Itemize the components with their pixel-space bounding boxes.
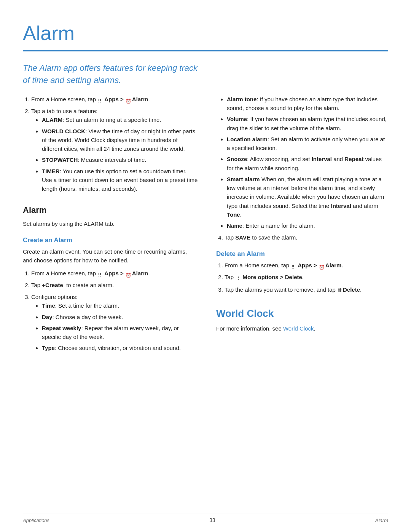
apps-label: Apps > (104, 96, 123, 102)
option-bold: Tone (227, 211, 240, 218)
alarm-icon (126, 96, 132, 102)
delete-alarm-heading: Delete an Alarm (216, 249, 388, 259)
list-item: Smart alarm When on, the alarm will star… (227, 175, 388, 219)
feature-bold: WORLD CLOCK (42, 128, 85, 134)
world-clock-desc: For more information, see World Clock. (216, 324, 388, 333)
apps-icon (98, 96, 104, 102)
intro-text: The Alarm app offers features for keepin… (23, 62, 198, 86)
footer-left: Applications (23, 517, 49, 524)
intro-list: From a Home screen, tap Apps > Alarm. Ta… (23, 95, 198, 193)
list-item: Name: Enter a name for the alarm. (227, 221, 388, 230)
option-bold: Time (42, 302, 55, 309)
title-divider (23, 50, 388, 51)
create-alarm-desc: Create an alarm event. You can set one-t… (23, 247, 198, 265)
list-item: TIMER: You can use this option to set a … (42, 167, 198, 193)
configure-options-list: Time: Set a time for the alarm. Day: Cho… (31, 301, 198, 352)
list-item: WORLD CLOCK: View the time of day or nig… (42, 127, 198, 153)
list-item: From a Home screen, tap Apps > Alarm. (31, 95, 198, 104)
list-item: Day: Choose a day of the week. (42, 313, 198, 321)
right-column: Alarm tone: If you have chosen an alarm … (216, 95, 388, 356)
list-item: Tap SAVE to save the alarm. (225, 233, 388, 242)
option-bold: Type (42, 345, 55, 351)
feature-bold: ALARM (42, 117, 62, 123)
apps-icon (98, 270, 104, 276)
delete-label: Delete (343, 286, 360, 293)
page-title: Alarm (23, 18, 388, 48)
apps-icon (291, 262, 297, 268)
option-bold: Alarm tone (227, 96, 256, 102)
list-item: Configure options: Time: Set a time for … (31, 292, 198, 353)
feature-bold: STOPWATCH (42, 157, 78, 163)
list-item: Tap the alarms you want to remove, and t… (225, 285, 388, 294)
list-item: STOPWATCH: Measure intervals of time. (42, 155, 198, 164)
create-alarm-list: From a Home screen, tap Apps > Alarm. Ta… (23, 269, 198, 353)
world-clock-link[interactable]: World Clock (283, 325, 314, 332)
list-item: Location alarm: Set an alarm to activate… (227, 135, 388, 153)
option-bold: Name (227, 222, 242, 229)
delete-icon: 🗑 (337, 286, 342, 294)
list-item: Alarm tone: If you have chosen an alarm … (227, 95, 388, 113)
alarm-label: Alarm (325, 262, 342, 268)
list-item: Volume: If you have chosen an alarm type… (227, 115, 388, 133)
delete-alarm-list: From a Home screen, tap Apps > Alarm. Ta… (216, 261, 388, 294)
list-item: Repeat weekly: Repeat the alarm every we… (42, 324, 198, 342)
list-item: From a Home screen, tap Apps > Alarm. (31, 269, 198, 278)
create-button-label: +Create (42, 282, 63, 288)
alarm-label: Alarm (132, 270, 148, 276)
feature-list: ALARM: Set an alarm to ring at a specifi… (31, 115, 198, 193)
list-item: ALARM: Set an alarm to ring at a specifi… (42, 115, 198, 124)
apps-label: Apps > (298, 262, 317, 268)
alarm-icon (319, 262, 325, 268)
apps-label: Apps > (104, 270, 123, 276)
option-bold: Interval (312, 156, 332, 162)
alarm-options-list: Alarm tone: If you have chosen an alarm … (216, 95, 388, 230)
option-bold: Repeat weekly (42, 325, 81, 331)
option-bold: Location alarm (227, 136, 268, 142)
page: Alarm The Alarm app offers features for … (0, 0, 411, 532)
footer-right: Alarm (375, 517, 388, 524)
list-item: Tap +Create to create an alarm. (31, 281, 198, 289)
list-item: From a Home screen, tap Apps > Alarm. (225, 261, 388, 270)
world-clock-heading: World Clock (216, 306, 388, 321)
create-alarm-heading: Create an Alarm (23, 235, 198, 245)
list-item: Type: Choose sound, vibration, or vibrat… (42, 343, 198, 352)
two-col-layout: From a Home screen, tap Apps > Alarm. Ta… (23, 95, 388, 356)
option-bold: Volume (227, 116, 247, 122)
option-bold: Repeat (344, 156, 363, 162)
step4-list: Tap SAVE to save the alarm. (216, 233, 388, 242)
option-bold: Interval (331, 203, 351, 209)
page-footer: Applications 33 Alarm (23, 513, 388, 524)
option-bold: Snooze (227, 156, 247, 162)
more-options-icon: ︙ (235, 273, 241, 282)
list-item: Time: Set a time for the alarm. (42, 301, 198, 310)
list-item: Tap ︙ More options > Delete. (225, 273, 388, 282)
left-column: From a Home screen, tap Apps > Alarm. Ta… (23, 95, 198, 356)
alarm-section-heading: Alarm (23, 204, 198, 216)
alarm-icon (126, 270, 132, 276)
feature-bold: TIMER (42, 168, 60, 174)
list-item: Snooze: Allow snoozing, and set Interval… (227, 155, 388, 173)
option-bold: Smart alarm (227, 176, 260, 182)
footer-page-number: 33 (209, 516, 215, 524)
list-item: Tap a tab to use a feature: ALARM: Set a… (31, 107, 198, 193)
more-options-label: More options > Delete (243, 274, 302, 280)
save-label: SAVE (235, 234, 250, 241)
option-bold: Day (42, 314, 53, 320)
alarm-section-desc: Set alarms by using the ALARM tab. (23, 219, 198, 228)
alarm-label: Alarm (132, 96, 148, 102)
